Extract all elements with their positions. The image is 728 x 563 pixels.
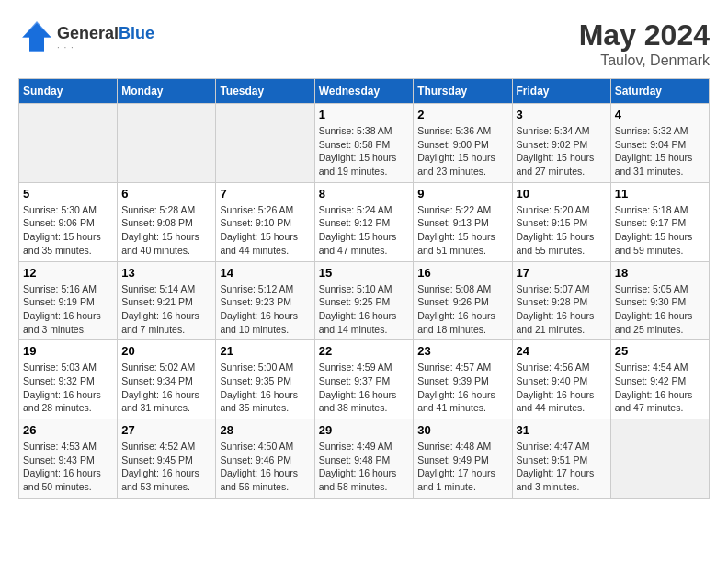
calendar-cell [216, 104, 314, 183]
day-number: 28 [220, 423, 310, 437]
calendar-cell: 6Sunrise: 5:28 AMSunset: 9:08 PMDaylight… [118, 182, 216, 261]
day-number: 1 [319, 108, 410, 121]
day-info: Sunrise: 5:26 AMSunset: 9:10 PMDaylight:… [220, 203, 310, 258]
day-info: Sunrise: 5:12 AMSunset: 9:23 PMDaylight:… [220, 282, 310, 337]
calendar-cell: 27Sunrise: 4:52 AMSunset: 9:45 PMDayligh… [118, 419, 216, 499]
calendar-week-row: 1Sunrise: 5:38 AMSunset: 8:58 PMDaylight… [19, 104, 710, 183]
day-number: 17 [517, 266, 607, 280]
calendar-cell [118, 104, 216, 183]
logo: GeneralBlue · · · [18, 18, 154, 59]
day-info: Sunrise: 5:28 AMSunset: 9:08 PMDaylight:… [121, 203, 211, 258]
calendar-cell: 4Sunrise: 5:32 AMSunset: 9:04 PMDaylight… [610, 104, 709, 183]
day-info: Sunrise: 5:16 AMSunset: 9:19 PMDaylight:… [23, 282, 113, 337]
calendar-cell: 30Sunrise: 4:48 AMSunset: 9:49 PMDayligh… [414, 419, 512, 499]
day-number: 11 [615, 187, 705, 201]
day-info: Sunrise: 4:59 AMSunset: 9:37 PMDaylight:… [319, 361, 410, 415]
page-header: GeneralBlue · · · May 2024 Taulov, Denma… [18, 18, 710, 69]
logo-icon [18, 18, 55, 55]
calendar-cell: 16Sunrise: 5:08 AMSunset: 9:26 PMDayligh… [414, 261, 512, 340]
day-number: 2 [417, 108, 507, 121]
calendar-cell: 2Sunrise: 5:36 AMSunset: 9:00 PMDaylight… [414, 104, 512, 183]
day-number: 20 [121, 344, 211, 358]
calendar-cell: 18Sunrise: 5:05 AMSunset: 9:30 PMDayligh… [610, 261, 709, 340]
day-info: Sunrise: 4:48 AMSunset: 9:49 PMDaylight:… [417, 440, 507, 494]
day-number: 21 [220, 344, 310, 358]
day-info: Sunrise: 5:24 AMSunset: 9:12 PMDaylight:… [319, 203, 410, 258]
day-number: 18 [615, 266, 705, 280]
calendar-cell: 10Sunrise: 5:20 AMSunset: 9:15 PMDayligh… [512, 182, 610, 261]
day-number: 7 [220, 187, 310, 201]
day-number: 3 [517, 108, 607, 121]
calendar-cell: 31Sunrise: 4:47 AMSunset: 9:51 PMDayligh… [512, 419, 610, 499]
day-info: Sunrise: 4:57 AMSunset: 9:39 PMDaylight:… [417, 361, 507, 415]
day-info: Sunrise: 5:32 AMSunset: 9:04 PMDaylight:… [615, 124, 705, 178]
calendar-cell: 13Sunrise: 5:14 AMSunset: 9:21 PMDayligh… [118, 261, 216, 340]
calendar-cell: 19Sunrise: 5:03 AMSunset: 9:32 PMDayligh… [19, 340, 118, 419]
weekday-header: Thursday [414, 79, 512, 104]
title-block: May 2024 Taulov, Denmark [579, 18, 710, 69]
day-info: Sunrise: 5:20 AMSunset: 9:15 PMDaylight:… [517, 203, 607, 258]
calendar-cell: 24Sunrise: 4:56 AMSunset: 9:40 PMDayligh… [512, 340, 610, 419]
weekday-header: Tuesday [216, 79, 314, 104]
calendar-cell: 11Sunrise: 5:18 AMSunset: 9:17 PMDayligh… [610, 182, 709, 261]
calendar-cell: 5Sunrise: 5:30 AMSunset: 9:06 PMDaylight… [19, 182, 118, 261]
logo-blue: Blue [119, 24, 154, 42]
calendar-cell: 1Sunrise: 5:38 AMSunset: 8:58 PMDaylight… [314, 104, 414, 183]
day-info: Sunrise: 5:38 AMSunset: 8:58 PMDaylight:… [319, 124, 410, 178]
day-info: Sunrise: 5:05 AMSunset: 9:30 PMDaylight:… [615, 282, 705, 337]
day-number: 26 [23, 423, 113, 437]
calendar-cell [610, 419, 709, 499]
day-number: 13 [121, 266, 211, 280]
day-number: 29 [319, 423, 410, 437]
day-info: Sunrise: 5:34 AMSunset: 9:02 PMDaylight:… [517, 124, 607, 178]
month-year-title: May 2024 [579, 18, 710, 52]
day-number: 16 [417, 266, 507, 280]
day-info: Sunrise: 5:18 AMSunset: 9:17 PMDaylight:… [615, 203, 705, 258]
day-info: Sunrise: 5:30 AMSunset: 9:06 PMDaylight:… [23, 203, 113, 258]
day-info: Sunrise: 4:56 AMSunset: 9:40 PMDaylight:… [517, 361, 607, 415]
day-number: 30 [417, 423, 507, 437]
weekday-header: Sunday [19, 79, 118, 104]
day-number: 8 [319, 187, 410, 201]
calendar-week-row: 19Sunrise: 5:03 AMSunset: 9:32 PMDayligh… [19, 340, 710, 419]
day-number: 4 [615, 108, 705, 121]
day-info: Sunrise: 4:50 AMSunset: 9:46 PMDaylight:… [220, 440, 310, 494]
calendar-cell: 17Sunrise: 5:07 AMSunset: 9:28 PMDayligh… [512, 261, 610, 340]
day-number: 5 [23, 187, 113, 201]
day-info: Sunrise: 4:53 AMSunset: 9:43 PMDaylight:… [23, 440, 113, 494]
day-info: Sunrise: 4:49 AMSunset: 9:48 PMDaylight:… [319, 440, 410, 494]
day-number: 10 [517, 187, 607, 201]
day-info: Sunrise: 5:10 AMSunset: 9:25 PMDaylight:… [319, 282, 410, 337]
calendar-cell: 21Sunrise: 5:00 AMSunset: 9:35 PMDayligh… [216, 340, 314, 419]
day-number: 25 [615, 344, 705, 358]
day-number: 14 [220, 266, 310, 280]
day-number: 22 [319, 344, 410, 358]
calendar-cell: 12Sunrise: 5:16 AMSunset: 9:19 PMDayligh… [19, 261, 118, 340]
day-info: Sunrise: 4:47 AMSunset: 9:51 PMDaylight:… [517, 440, 607, 494]
calendar-cell [19, 104, 118, 183]
day-info: Sunrise: 4:52 AMSunset: 9:45 PMDaylight:… [121, 440, 211, 494]
day-number: 27 [121, 423, 211, 437]
calendar-cell: 3Sunrise: 5:34 AMSunset: 9:02 PMDaylight… [512, 104, 610, 183]
calendar-cell: 22Sunrise: 4:59 AMSunset: 9:37 PMDayligh… [314, 340, 414, 419]
location-subtitle: Taulov, Denmark [579, 52, 710, 69]
day-info: Sunrise: 5:00 AMSunset: 9:35 PMDaylight:… [220, 361, 310, 415]
day-number: 31 [517, 423, 607, 437]
calendar-cell: 20Sunrise: 5:02 AMSunset: 9:34 PMDayligh… [118, 340, 216, 419]
calendar-cell: 7Sunrise: 5:26 AMSunset: 9:10 PMDaylight… [216, 182, 314, 261]
day-number: 15 [319, 266, 410, 280]
day-info: Sunrise: 4:54 AMSunset: 9:42 PMDaylight:… [615, 361, 705, 415]
weekday-header: Monday [118, 79, 216, 104]
day-number: 19 [23, 344, 113, 358]
calendar-cell: 14Sunrise: 5:12 AMSunset: 9:23 PMDayligh… [216, 261, 314, 340]
logo-tagline: · · · [57, 42, 154, 52]
day-info: Sunrise: 5:36 AMSunset: 9:00 PMDaylight:… [417, 124, 507, 178]
calendar-week-row: 5Sunrise: 5:30 AMSunset: 9:06 PMDaylight… [19, 182, 710, 261]
day-number: 9 [417, 187, 507, 201]
day-info: Sunrise: 5:03 AMSunset: 9:32 PMDaylight:… [23, 361, 113, 415]
calendar-cell: 26Sunrise: 4:53 AMSunset: 9:43 PMDayligh… [19, 419, 118, 499]
calendar-table: SundayMondayTuesdayWednesdayThursdayFrid… [18, 78, 710, 499]
calendar-cell: 29Sunrise: 4:49 AMSunset: 9:48 PMDayligh… [314, 419, 414, 499]
day-info: Sunrise: 5:08 AMSunset: 9:26 PMDaylight:… [417, 282, 507, 337]
day-number: 12 [23, 266, 113, 280]
